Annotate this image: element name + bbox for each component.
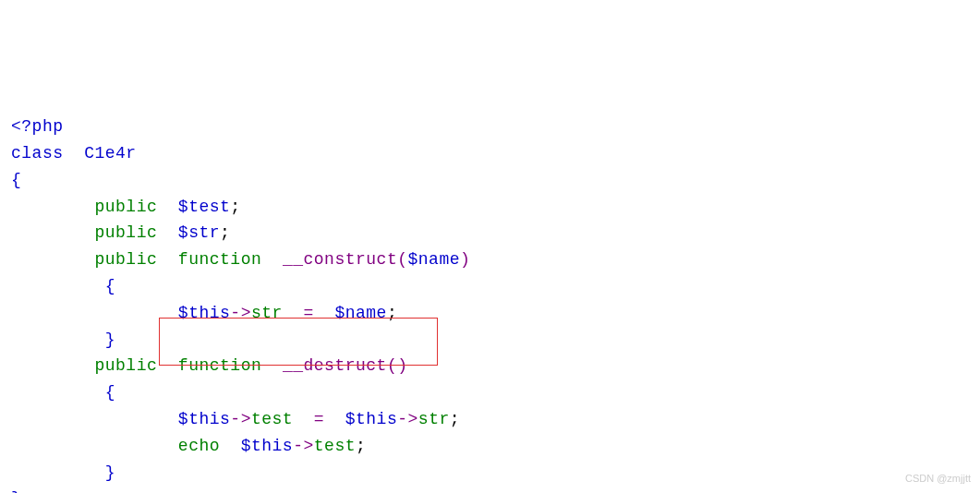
member: test xyxy=(251,410,293,428)
brace-close: } xyxy=(105,463,115,482)
arrow-op: -> xyxy=(293,437,314,455)
semicolon: ; xyxy=(356,437,366,455)
param: $name xyxy=(408,250,461,269)
keyword-public: public xyxy=(94,356,157,375)
paren-close: ) xyxy=(460,250,470,269)
brace-close: } xyxy=(11,489,21,493)
keyword-public: public xyxy=(94,198,157,216)
brace-open: { xyxy=(105,277,115,295)
var: $name xyxy=(334,304,387,322)
keyword-function: function xyxy=(178,356,261,375)
this-var: $this xyxy=(178,410,231,428)
member: str xyxy=(251,304,283,322)
function-name: __destruct xyxy=(283,356,387,375)
var: $str xyxy=(178,223,220,242)
paren-open: ( xyxy=(387,356,397,375)
equals-op: = xyxy=(303,304,313,322)
php-open-tag: <?php xyxy=(11,117,64,136)
watermark-text: CSDN @zmjjtt xyxy=(905,471,971,487)
semicolon: ; xyxy=(230,198,240,216)
paren-open: ( xyxy=(397,250,407,269)
paren-close: ) xyxy=(397,356,407,375)
keyword-public: public xyxy=(94,250,157,269)
arrow-op: -> xyxy=(397,410,418,428)
keyword-function: function xyxy=(178,250,261,269)
semicolon: ; xyxy=(387,304,397,322)
brace-close: } xyxy=(105,331,115,349)
brace-open: { xyxy=(105,383,115,402)
brace-open: { xyxy=(11,171,21,189)
function-name: __construct xyxy=(283,250,397,269)
member: test xyxy=(314,437,356,455)
member: str xyxy=(418,410,450,428)
arrow-op: -> xyxy=(230,410,251,428)
keyword-public: public xyxy=(94,223,157,242)
keyword-class: class xyxy=(11,144,64,162)
arrow-op: -> xyxy=(230,304,251,322)
var: $test xyxy=(178,198,231,216)
this-var: $this xyxy=(345,410,398,428)
class-name: C1e4r xyxy=(84,144,137,162)
equals-op: = xyxy=(314,410,324,428)
code-block: <?php class C1e4r { public $test; public… xyxy=(11,114,969,493)
this-var: $this xyxy=(241,437,294,455)
semicolon: ; xyxy=(450,410,460,428)
this-var: $this xyxy=(178,304,231,322)
keyword-echo: echo xyxy=(178,437,220,455)
semicolon: ; xyxy=(220,223,230,242)
